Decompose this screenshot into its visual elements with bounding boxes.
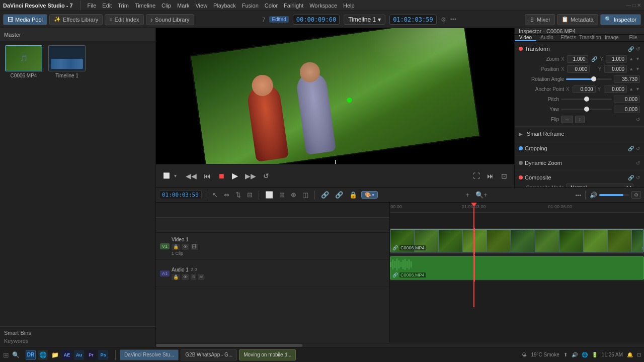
tab-image[interactable]: Image xyxy=(601,35,623,41)
go-to-start-button[interactable]: ⏮ xyxy=(202,170,213,182)
tl-link-toggle[interactable]: 🔗 xyxy=(333,190,345,200)
pos-up-arrow[interactable]: ▲ xyxy=(629,66,633,71)
windows-start-icon[interactable]: ⊞ xyxy=(3,351,9,359)
menu-file[interactable]: File xyxy=(88,3,97,9)
inspector-button[interactable]: 🔍 Inspector xyxy=(600,14,641,25)
volume-slider[interactable] xyxy=(599,194,629,196)
tab-file[interactable]: File xyxy=(622,35,644,41)
tab-audio[interactable]: Audio xyxy=(536,35,558,41)
more-options-icon[interactable]: ••• xyxy=(450,16,457,23)
timeline-scrollbar[interactable] xyxy=(156,343,644,347)
tl-snap-toggle[interactable]: 🔗 xyxy=(319,190,331,200)
anchor-x-value[interactable]: 0.000 xyxy=(573,85,596,93)
taskbar-folder-icon[interactable]: 📁 xyxy=(50,350,60,360)
anchor-up-arrow[interactable]: ▲ xyxy=(629,86,633,92)
menu-mark[interactable]: Mark xyxy=(177,3,189,9)
taskbar-ae-icon[interactable]: AE xyxy=(62,350,72,360)
smart-reframe-header[interactable]: ▶ Smart Reframe xyxy=(515,129,644,139)
cropping-link[interactable]: 🔗 xyxy=(628,146,634,151)
flip-v-button[interactable]: ↕ xyxy=(575,116,585,123)
menu-fusion[interactable]: Fusion xyxy=(242,3,259,9)
effects-library-button[interactable]: ✨ Effects Library xyxy=(49,14,103,25)
cropping-header[interactable]: Cropping 🔗 ↺ xyxy=(515,143,644,153)
edit-index-button[interactable]: ≡ Edit Index xyxy=(105,14,143,25)
tl-pointer-tool[interactable]: ↖ xyxy=(210,190,220,200)
taskbar-chrome-icon[interactable]: 🌐 xyxy=(38,350,48,360)
tl-composite-tool[interactable]: ◫ xyxy=(300,190,310,200)
mixer-button[interactable]: 🎚 Mixer xyxy=(525,14,555,25)
mark-button[interactable]: ⊡ xyxy=(499,170,509,182)
metadata-button[interactable]: 📋 Metadata xyxy=(557,14,598,25)
tab-video[interactable]: Video xyxy=(515,35,536,41)
composite-reset[interactable]: ↺ xyxy=(636,175,640,180)
composite-mode-select[interactable]: Normal Screen Overlay Multiply xyxy=(566,184,633,188)
tl-more[interactable]: ••• xyxy=(575,192,581,198)
menu-edit[interactable]: Edit xyxy=(102,3,112,9)
audio1-lane[interactable]: 🔗 C0006.MP4 xyxy=(390,255,644,282)
zoom-out-button[interactable]: ⬜ xyxy=(161,170,172,181)
pos-down-arrow[interactable]: ▼ xyxy=(635,66,640,71)
go-to-end-button[interactable]: ⏭ xyxy=(485,170,496,182)
pitch-slider[interactable] xyxy=(561,99,612,100)
composite-header[interactable]: Composite 🔗 ↺ xyxy=(515,172,644,183)
a1-m-btn[interactable]: M xyxy=(198,274,204,280)
tl-split-tool[interactable]: ⊟ xyxy=(245,190,255,200)
a1-eye-btn[interactable]: 👁 xyxy=(182,274,189,280)
loop-button[interactable]: ↺ xyxy=(261,170,271,182)
menu-help[interactable]: Help xyxy=(343,3,355,9)
audio-clip-c0006[interactable]: 🔗 C0006.MP4 xyxy=(390,256,644,280)
taskbar-davinci-icon[interactable]: DR xyxy=(26,350,36,360)
media-clip-c0006[interactable]: 🎵 C0006.MP4 xyxy=(4,45,43,322)
record-button[interactable]: ⏹ xyxy=(216,170,227,182)
rotation-value[interactable]: 35.730 xyxy=(614,75,640,83)
taskbar-ps-icon[interactable]: Ps xyxy=(98,350,108,360)
zoom-down-arrow[interactable]: ▼ xyxy=(635,56,640,61)
tl-crop-tool[interactable]: ⊞ xyxy=(277,190,287,200)
prev-frame-button[interactable]: ◀◀ xyxy=(184,170,199,182)
tl-transform-tool[interactable]: ⬜ xyxy=(263,190,275,200)
menu-workspace[interactable]: Workspace xyxy=(309,3,337,9)
video-clip-c0006[interactable]: 🔗 C0006.MP4 ↕ xyxy=(390,229,644,252)
next-frame-button[interactable]: ▶▶ xyxy=(243,170,258,182)
menu-fairlight[interactable]: Fairlight xyxy=(284,3,303,9)
menu-playback[interactable]: Playback xyxy=(213,3,236,9)
rotation-slider[interactable] xyxy=(566,78,612,80)
anchor-down-arrow[interactable]: ▼ xyxy=(635,86,640,92)
v1-eye-btn[interactable]: 👁 xyxy=(182,244,189,250)
yaw-slider[interactable] xyxy=(561,109,612,110)
tl-retime-tool[interactable]: ⇅ xyxy=(233,190,243,200)
composite-link[interactable]: 🔗 xyxy=(628,175,634,180)
transform-link-icon[interactable]: 🔗 xyxy=(628,46,634,52)
media-pool-button[interactable]: 🎞 Media Pool xyxy=(3,14,47,25)
play-button[interactable]: ▶ xyxy=(230,169,240,183)
pos-x-value[interactable]: 0.000 xyxy=(567,65,590,73)
v1-lock-btn[interactable]: 🔒 xyxy=(172,244,180,250)
taskbar-whatsapp-btn[interactable]: G2B WhatsApp - G... xyxy=(181,349,237,360)
tl-lock-toggle[interactable]: 🔒 xyxy=(347,190,359,200)
menu-timeline[interactable]: Timeline xyxy=(135,3,155,9)
yaw-value[interactable]: 0.000 xyxy=(614,106,640,113)
a1-s-btn[interactable]: S xyxy=(191,274,196,280)
pitch-value[interactable]: 0.000 xyxy=(614,96,640,103)
taskbar-notification-btn[interactable]: Moving on mobile d... xyxy=(239,349,296,360)
tl-trim-tool[interactable]: ⇔ xyxy=(222,190,231,200)
dynamic-zoom-reset[interactable]: ↺ xyxy=(636,160,640,166)
a1-lock-btn[interactable]: 🔒 xyxy=(172,274,180,280)
tab-transition[interactable]: Transition xyxy=(579,35,601,41)
tl-settings-btn[interactable]: ⚙ xyxy=(631,191,641,199)
media-timeline-1[interactable]: Timeline 1 xyxy=(47,45,87,322)
flip-h-button[interactable]: ↔ xyxy=(561,116,573,123)
zoom-y-value[interactable]: 1.000 xyxy=(606,55,627,63)
taskbar-davinci-app-btn[interactable]: DaVinci Resolve Stu... xyxy=(120,349,179,360)
v1-filmstrip-btn[interactable]: 🎞 xyxy=(191,244,198,250)
taskbar-premiere-icon[interactable]: Pr xyxy=(86,350,96,360)
tl-color-picker[interactable]: 🎨 ▾ xyxy=(361,191,378,199)
pos-y-value[interactable]: 0.000 xyxy=(604,65,627,73)
timeline-name-dropdown[interactable]: Timeline 1 ▾ xyxy=(344,15,385,25)
flip-reset[interactable]: ↺ xyxy=(636,117,640,122)
sound-library-button[interactable]: ♪ Sound Library xyxy=(146,14,194,25)
anchor-y-value[interactable]: 0.000 xyxy=(604,85,627,93)
menu-view[interactable]: View xyxy=(195,3,207,9)
transform-reset[interactable]: ↺ xyxy=(636,46,640,52)
zoom-link-icon[interactable]: 🔗 xyxy=(591,56,597,62)
